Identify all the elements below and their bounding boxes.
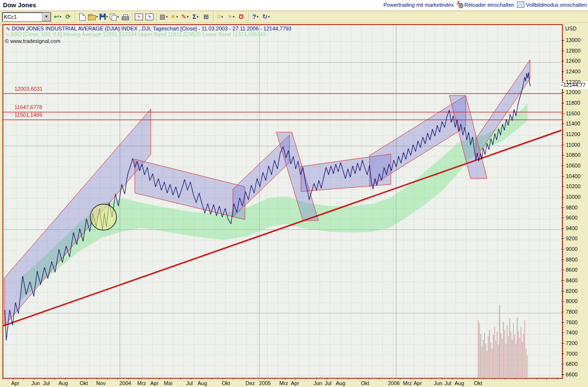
- page-title: Dow Jones: [3, 1, 36, 9]
- volume-bar: [514, 335, 515, 377]
- magnet-tool-button[interactable]: Ω: [236, 12, 247, 22]
- volume-bar: [519, 338, 520, 377]
- volume-bar: [526, 348, 527, 377]
- y-axis-label: 11400: [566, 121, 580, 126]
- open-file-icon: [88, 15, 96, 20]
- mouse-reload-icon: ✗: [457, 1, 463, 8]
- reload-icon: ↻: [262, 13, 268, 20]
- new-document-button[interactable]: [77, 12, 87, 22]
- x-axis-label: Jul: [43, 380, 50, 386]
- price-chart-plot[interactable]: [2, 24, 563, 379]
- volume-bar: [503, 322, 504, 377]
- print-button[interactable]: [120, 12, 130, 22]
- cursor-tool-icon: ➤: [225, 12, 234, 21]
- trendline-tool-button[interactable]: //▾: [215, 12, 226, 22]
- powertrading-link[interactable]: Powertrading mit marketindex: [384, 2, 454, 8]
- effects-button[interactable]: ✳▾: [169, 12, 180, 22]
- dropdown-caret-icon: ▾: [221, 15, 223, 19]
- volume-bar: [489, 330, 490, 377]
- volume-bar: [488, 336, 489, 377]
- x-axis-label: Aug: [336, 380, 345, 386]
- refresh-chart-button[interactable]: ⟳: [63, 12, 73, 22]
- properties-button[interactable]: ⊞: [201, 12, 212, 22]
- undo-button[interactable]: ↩▾: [52, 12, 63, 22]
- volume-bar: [523, 334, 524, 377]
- toolbar-separator: [248, 13, 249, 21]
- volume-bar: [494, 327, 495, 377]
- volume-bar: [524, 320, 525, 377]
- y-axis-label: 12600: [566, 58, 581, 64]
- combobox-dropdown-button[interactable]: ▼: [42, 13, 51, 21]
- y-axis-label: 9800: [566, 205, 577, 210]
- y-axis-label: 6600: [566, 372, 577, 377]
- toolbar-separator: [213, 13, 214, 21]
- y-axis-label: 8400: [566, 277, 577, 283]
- toolbar-buttons: ↩▾⟳▾▾▾∿∿▤▾✳▾✎▾Σ▾⊞//▾➤▾Ω?▾↻▾: [52, 12, 272, 22]
- save-button[interactable]: ▾: [99, 12, 109, 22]
- x-axis-label: Jul: [325, 380, 331, 386]
- open-file-button[interactable]: ▾: [87, 12, 99, 22]
- volume-bar: [520, 327, 521, 377]
- volume-bar: [501, 333, 502, 377]
- reloader-link[interactable]: ✗ Reloader einschalten: [457, 1, 514, 8]
- y-axis-label: 9000: [566, 246, 577, 252]
- dropdown-caret-icon: ▾: [257, 15, 258, 19]
- toolbar-separator: [75, 13, 75, 21]
- toolbar-separator: [132, 13, 132, 21]
- dropdown-caret-icon: ▾: [59, 15, 61, 19]
- chart-forward-button[interactable]: ∿: [144, 12, 155, 22]
- x-axis-label: Apr: [291, 380, 299, 386]
- chart-back-button[interactable]: ∿: [134, 12, 144, 22]
- formula-icon: Σ: [192, 13, 196, 20]
- window-titlebar: Dow Jones Powertrading mit marketindex ✗…: [0, 0, 588, 11]
- layout-button[interactable]: ▤▾: [158, 12, 169, 22]
- x-axis-label: Aug: [198, 380, 207, 386]
- volume-bar: [482, 346, 483, 377]
- volume-bar: [512, 340, 513, 377]
- symbol-value: KCc1: [2, 14, 42, 20]
- properties-icon: ⊞: [203, 13, 209, 20]
- fullscreen-link[interactable]: Vollbildmodus einschalten: [517, 1, 587, 8]
- help-document-button[interactable]: ?▾: [250, 12, 261, 22]
- symbol-combobox[interactable]: KCc1 ▼: [2, 12, 51, 22]
- chart-back-icon: ∿: [135, 14, 143, 20]
- x-axis-label: Jun: [31, 380, 40, 386]
- x-axis-label: Mai: [164, 380, 172, 386]
- y-axis-label: 11000: [566, 142, 580, 148]
- volume-bar: [504, 330, 505, 377]
- help-document-icon: ?: [252, 13, 256, 20]
- volume-bar: [518, 331, 519, 377]
- volume-bar: [505, 344, 506, 377]
- y-axis-label: 10800: [566, 152, 581, 158]
- x-axis-label: Apr: [150, 380, 158, 386]
- price-level-label: 12003,6031: [14, 86, 43, 92]
- volume-bar: [495, 341, 496, 377]
- chart-area: ∿ DOW JONES INDUSTRIAL AVERAGE (DJIA) IN…: [0, 23, 588, 387]
- draw-chart-button[interactable]: ✎▾: [180, 12, 190, 22]
- y-axis-label: 11600: [566, 111, 580, 116]
- x-axis-label: Mrz: [403, 380, 412, 386]
- volume-bar: [484, 333, 485, 377]
- new-document-icon: [79, 13, 86, 21]
- price-level-label: 11501,1499: [14, 112, 42, 118]
- x-axis-label: Okt: [80, 380, 88, 386]
- undo-icon: ↩: [54, 13, 59, 20]
- y-axis-label: 7200: [566, 340, 577, 346]
- y-axis-unit-label: USD: [565, 26, 576, 31]
- x-axis-label: Jul: [445, 380, 451, 386]
- magnet-tool-icon: Ω: [239, 13, 244, 20]
- y-axis-label: 6800: [566, 361, 577, 367]
- y-axis-label: 12000: [566, 89, 581, 95]
- formula-button[interactable]: Σ▾: [190, 12, 201, 22]
- highlight-circle: [90, 204, 116, 230]
- cursor-tool-button[interactable]: ➤▾: [226, 12, 236, 22]
- volume-bar: [486, 344, 487, 377]
- y-axis-label: 8200: [566, 288, 577, 294]
- copy-button[interactable]: ▾: [109, 12, 120, 22]
- y-axis-label: 8800: [566, 257, 577, 263]
- chart-forward-icon: ∿: [145, 14, 154, 20]
- y-axis-label: 10000: [566, 194, 581, 200]
- y-axis-label: 12800: [566, 48, 581, 54]
- reload-button[interactable]: ↻▾: [261, 12, 272, 22]
- volume-bar: [522, 342, 523, 377]
